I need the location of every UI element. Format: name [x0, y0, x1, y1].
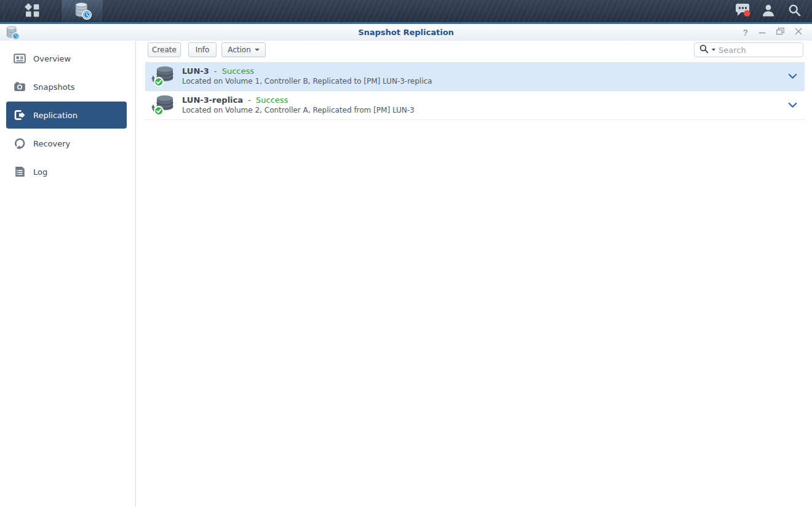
row-text: LUN-3 - Success Located on Volume 1, Con… — [182, 67, 788, 86]
create-button[interactable]: Create — [148, 42, 181, 57]
lun-name: LUN-3-replica — [182, 95, 243, 105]
log-icon — [14, 166, 26, 178]
sidebar: Overview Snapshots Replication — [0, 41, 135, 507]
search-icon — [699, 44, 709, 56]
status-badge: Success — [222, 66, 254, 76]
snapshots-icon — [14, 81, 26, 93]
main-menu-icon — [25, 3, 41, 20]
row-text: LUN-3-replica - Success Located on Volum… — [182, 96, 788, 114]
taskbar — [0, 0, 812, 22]
help-button[interactable]: ? — [742, 28, 748, 38]
sidebar-item-label: Snapshots — [33, 82, 75, 92]
window-titlebar: Snapshot Replication ? — [0, 24, 812, 41]
sidebar-item-label: Overview — [33, 54, 71, 63]
taskbar-app-snapshot-replication[interactable] — [62, 0, 103, 22]
search-box[interactable] — [694, 42, 803, 57]
name-status-separator: - — [248, 95, 251, 105]
search-filter-caret-icon[interactable] — [712, 49, 715, 51]
user-icon — [762, 4, 775, 19]
replication-row-lun-3[interactable]: LUN-3 - Success Located on Volume 1, Con… — [145, 62, 805, 91]
status-badge: Success — [256, 95, 288, 105]
row-description: Located on Volume 1, Controller B, Repli… — [182, 78, 788, 86]
window-controls: ? — [742, 24, 802, 41]
search-button[interactable] — [782, 0, 806, 22]
chevron-down-icon — [788, 102, 797, 108]
minimize-icon — [758, 28, 766, 37]
row-description: Located on Volume 2, Controller A, Repli… — [182, 106, 788, 114]
close-button[interactable] — [795, 28, 802, 38]
name-status-separator: - — [214, 66, 217, 76]
notifications-button[interactable] — [731, 0, 754, 22]
lun-replication-status-icon — [151, 66, 175, 87]
replication-task-list: LUN-3 - Success Located on Volume 1, Con… — [145, 62, 805, 120]
taskbar-left — [4, 0, 103, 22]
row-title: LUN-3 - Success — [182, 67, 788, 76]
search-input[interactable] — [718, 46, 798, 55]
sidebar-item-label: Recovery — [33, 139, 70, 148]
row-title: LUN-3-replica - Success — [182, 96, 788, 105]
help-icon: ? — [742, 28, 748, 37]
sidebar-item-label: Log — [33, 167, 47, 177]
snapshot-replication-app-icon — [73, 1, 92, 22]
sidebar-item-snapshots[interactable]: Snapshots — [6, 73, 127, 100]
lun-name: LUN-3 — [182, 66, 209, 76]
sidebar-item-label: Replication — [33, 111, 78, 120]
expand-row-button[interactable] — [788, 102, 797, 108]
search-icon — [788, 4, 801, 18]
chevron-down-icon — [255, 49, 260, 51]
sidebar-item-overview[interactable]: Overview — [6, 45, 127, 72]
minimize-button[interactable] — [758, 28, 766, 38]
main-menu-button[interactable] — [4, 0, 62, 22]
recovery-icon — [14, 137, 26, 150]
action-button-label: Action — [228, 46, 251, 54]
info-button[interactable]: Info — [188, 42, 217, 57]
restore-icon — [776, 28, 784, 37]
window-title: Snapshot Replication — [0, 24, 812, 41]
sidebar-item-recovery[interactable]: Recovery — [6, 130, 127, 157]
sidebar-item-replication[interactable]: Replication — [6, 102, 127, 129]
taskbar-right — [731, 0, 812, 22]
lun-replication-status-icon — [151, 95, 175, 116]
notification-badge — [744, 10, 750, 16]
restore-button[interactable] — [776, 28, 784, 38]
expand-row-button[interactable] — [788, 73, 797, 79]
user-menu-button[interactable] — [757, 0, 780, 22]
chat-notifications-icon — [734, 2, 751, 20]
replication-icon — [14, 109, 26, 121]
desktop: Snapshot Replication ? — [0, 0, 812, 507]
overview-icon — [14, 52, 26, 65]
sidebar-item-log[interactable]: Log — [6, 158, 127, 185]
main-content: Create Info Action — [136, 41, 812, 507]
close-icon — [795, 28, 802, 37]
action-button[interactable]: Action — [221, 42, 266, 57]
chevron-down-icon — [788, 73, 797, 79]
replication-row-lun-3-replica[interactable]: LUN-3-replica - Success Located on Volum… — [145, 91, 805, 120]
